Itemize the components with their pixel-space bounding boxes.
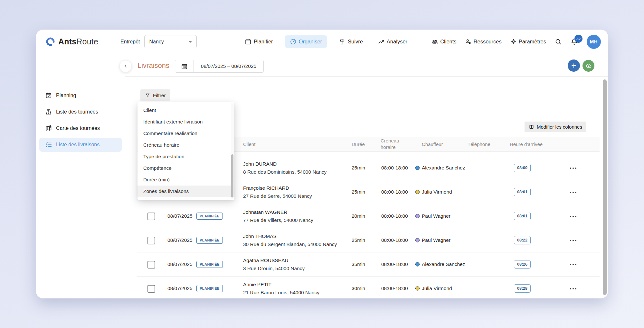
dropdown-scrollbar-thumb[interactable] [231,154,233,197]
client-name: John THOMAS [243,233,337,239]
sidebar-item-planning[interactable]: Planning [39,88,122,103]
filter-option-duree-min[interactable]: Durée (min) [137,174,234,186]
chevron-left-icon [123,64,128,69]
status-badge: PLANIFIÉE [196,213,223,220]
filter-option-zones-des-livraisons[interactable]: Zones des livraisons [137,186,234,197]
sidebar-item-carte-des-tournees[interactable]: Carte des tournées [39,121,122,135]
filter-option-label: Zones des livraisons [143,188,189,194]
column-header-arrival[interactable]: Heure d'arrivée [510,141,543,147]
sidebar-item-liste-des-tournees[interactable]: Liste des tournées [39,105,122,119]
filter-option-identifiant-externe-livraison[interactable]: Identifiant externe livraison [137,116,234,128]
logo-text: AntsRoute [58,37,98,46]
checklist-icon [45,141,52,148]
tab-analyser[interactable]: Analyser [374,35,411,48]
status-badge: PLANIFIÉE [196,237,223,244]
filter-option-label: Compétence [143,165,172,171]
client-address: 30 Rue du Sergent Blandan, 54000 Nancy [243,241,337,247]
filter-option-commentaire-realisation[interactable]: Commentaire réalisation [137,128,234,139]
column-header-duration[interactable]: Durée [352,141,365,147]
gear-icon [510,38,517,45]
column-header-phone[interactable]: Téléphone [468,141,490,147]
row-checkbox[interactable] [147,237,155,244]
modify-columns-label: Modifier les colonnes [537,124,582,130]
row-checkbox[interactable] [147,213,155,220]
filter-option-client[interactable]: Client [137,105,234,116]
row-time-window: 08:00-18:00 [381,286,408,291]
notifications-button[interactable]: 32 [570,38,578,46]
tab-organiser[interactable]: Organiser [285,35,327,48]
nav-link-label: Clients [440,39,456,45]
filter-option-creneau-horaire[interactable]: Créneau horaire [137,139,234,151]
row-checkbox[interactable] [147,285,155,293]
nav-link-parametres[interactable]: Paramètres [510,38,546,45]
vertical-scrollbar[interactable] [603,79,607,295]
warehouse-select[interactable]: Nancy [144,35,197,48]
nav-link-clients[interactable]: Clients [431,38,456,45]
map-pin-icon [45,125,52,132]
column-header-driver[interactable]: Chauffeur [422,141,443,147]
client-cell: Agatha ROUSSEAU 3 Rue Drouin, 54000 Nanc… [243,258,305,271]
modify-columns-button[interactable]: Modifier les colonnes [525,122,586,132]
client-cell: Annie PETIT 21 Rue Baron Louis, 54000 Na… [243,282,319,296]
arrival-time-badge: 08:00 [514,164,531,172]
sidebar-item-liste-des-livraisons[interactable]: Liste des livraisons [39,138,122,152]
tab-suivre[interactable]: Suivre [336,35,366,48]
row-driver: Paul Wagner [422,237,450,243]
plus-icon [570,62,577,69]
arrival-time-badge: 08:01 [514,212,531,220]
row-duration: 25min [352,237,365,243]
sidebar: Planning Liste des tournées Carte des to… [39,88,122,152]
row-menu-button[interactable] [569,189,577,195]
row-driver: Alexandre Sanchez [422,261,465,267]
antsroute-logo[interactable]: AntsRoute [45,30,98,54]
navbar-right: Clients Ressources Paramètres [431,30,601,54]
row-menu-button[interactable] [569,237,577,243]
calendar-icon [175,60,194,72]
header-divider [125,76,608,77]
add-button[interactable] [568,59,580,72]
filter-option-type-de-prestation[interactable]: Type de prestation [137,151,234,162]
row-duration: 25min [352,189,365,195]
client-address: 27 Rue de Serre, 54000 Nancy [243,193,312,199]
tab-planifier[interactable]: Planifier [242,35,276,48]
client-name: Johnatan WAGNER [243,209,313,215]
user-gear-icon [465,38,472,45]
calendar-check-icon [45,92,52,99]
client-address: 8 Rue des Dominicains, 54000 Nancy [243,169,327,175]
arrival-time-badge: 08:28 [514,284,531,293]
row-menu-button[interactable] [569,165,577,171]
row-menu-button[interactable] [569,286,577,291]
row-menu-button[interactable] [569,261,577,267]
driver-color-dot [415,166,420,170]
search-icon[interactable] [554,38,562,45]
filter-option-label: Créneau horaire [143,142,179,148]
row-date: 08/07/2025 [167,261,193,267]
collapse-panel-button[interactable] [119,60,132,72]
funnel-icon [145,93,150,98]
driver-color-dot [415,262,420,267]
row-driver: Paul Wagner [422,213,450,219]
sidebar-item-label: Carte des tournées [56,125,100,131]
row-menu-button[interactable] [569,213,577,219]
antsroute-logo-icon [45,36,56,47]
filter-option-competence[interactable]: Compétence [137,162,234,174]
nav-link-label: Ressources [474,39,502,45]
client-name: Agatha ROUSSEAU [243,258,305,263]
export-button[interactable] [582,60,594,72]
row-duration: 25min [352,165,365,171]
date-range-picker[interactable]: 08/07/2025 – 08/07/2025 [175,60,264,73]
app-body: Planning Liste des tournées Carte des to… [36,54,608,298]
filter-option-label: Identifiant externe livraison [143,119,203,125]
caret-down-icon [189,41,192,44]
client-address: 3 Rue Drouin, 54000 Nancy [243,266,305,271]
column-header-client[interactable]: Client [243,141,255,147]
client-cell: John THOMAS 30 Rue du Sergent Blandan, 5… [243,233,337,247]
client-address: 77 Rue de Villers, 54000 Nancy [243,217,313,223]
nav-link-ressources[interactable]: Ressources [465,38,502,45]
column-header-time-window[interactable]: Créneau horaire [381,138,404,150]
row-checkbox[interactable] [147,261,155,269]
avatar[interactable]: MH [587,35,601,49]
filter-button[interactable]: Filtrer [140,89,170,101]
warehouse-picker: Entrepôt Nancy [120,30,197,54]
desktop-background: AntsRoute Entrepôt Nancy Planifier Organ… [0,0,644,328]
